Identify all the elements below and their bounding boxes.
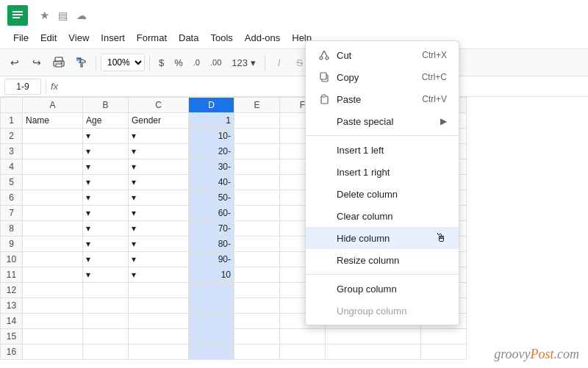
- cell[interactable]: ▾: [83, 129, 129, 144]
- cell[interactable]: Gender: [129, 113, 189, 129]
- cell[interactable]: 80-: [189, 237, 234, 252]
- cell[interactable]: [23, 129, 83, 144]
- cell[interactable]: [129, 283, 189, 298]
- number-format-button[interactable]: 123 ▾: [227, 56, 259, 70]
- cell[interactable]: ▾: [129, 267, 189, 283]
- cell[interactable]: ▾: [129, 175, 189, 190]
- context-menu-item-paste-special[interactable]: Paste special▶: [306, 110, 459, 132]
- percent-button[interactable]: %: [170, 56, 187, 70]
- menu-insert[interactable]: Insert: [95, 29, 131, 46]
- menu-format[interactable]: Format: [131, 29, 173, 46]
- cell[interactable]: [129, 329, 189, 344]
- cell[interactable]: 30-: [189, 159, 234, 175]
- cell[interactable]: [280, 344, 326, 360]
- cell[interactable]: [326, 329, 421, 344]
- cell[interactable]: [23, 144, 83, 159]
- context-menu-item-copy[interactable]: CopyCtrl+C: [306, 66, 459, 88]
- context-menu-item-clear-col[interactable]: Clear column: [306, 205, 459, 227]
- cell[interactable]: ▾: [83, 159, 129, 175]
- cell[interactable]: ▾: [129, 159, 189, 175]
- cell[interactable]: [234, 221, 280, 237]
- italic-button[interactable]: I: [270, 53, 289, 72]
- table-row[interactable]: 15: [1, 329, 467, 344]
- decimal-dec-button[interactable]: .0: [189, 57, 204, 68]
- redo-button[interactable]: ↪: [26, 52, 47, 73]
- context-menu-item-cut[interactable]: CutCtrl+X: [306, 44, 459, 66]
- cell[interactable]: [23, 344, 83, 360]
- menu-addons[interactable]: Add-ons: [239, 29, 286, 46]
- cell[interactable]: ▾: [83, 144, 129, 159]
- cell[interactable]: [234, 314, 280, 329]
- cell[interactable]: [189, 314, 234, 329]
- cell[interactable]: [83, 298, 129, 314]
- cell[interactable]: Name: [23, 113, 83, 129]
- cell[interactable]: [234, 237, 280, 252]
- cell[interactable]: ▾: [83, 206, 129, 221]
- cell[interactable]: [234, 113, 280, 129]
- cell[interactable]: [326, 344, 421, 360]
- cell[interactable]: [234, 129, 280, 144]
- cell[interactable]: [129, 314, 189, 329]
- cell[interactable]: [421, 329, 467, 344]
- col-header-d[interactable]: D: [189, 98, 234, 113]
- cell[interactable]: [83, 283, 129, 298]
- cell[interactable]: [23, 221, 83, 237]
- cell[interactable]: [23, 329, 83, 344]
- cell[interactable]: [234, 144, 280, 159]
- cell[interactable]: [189, 283, 234, 298]
- cell[interactable]: 40-: [189, 175, 234, 190]
- col-header-b[interactable]: B: [83, 98, 129, 113]
- col-header-c[interactable]: C: [129, 98, 189, 113]
- cell[interactable]: [23, 267, 83, 283]
- context-menu-item-resize-col[interactable]: Resize column: [306, 249, 459, 271]
- cell[interactable]: ▾: [83, 252, 129, 267]
- cell[interactable]: [83, 344, 129, 360]
- cell[interactable]: [234, 190, 280, 206]
- cell[interactable]: 50-: [189, 190, 234, 206]
- cell[interactable]: ▾: [129, 190, 189, 206]
- cell[interactable]: Age: [83, 113, 129, 129]
- cell[interactable]: [23, 175, 83, 190]
- menu-edit[interactable]: Edit: [35, 29, 62, 46]
- context-menu-item-insert-right[interactable]: Insert 1 right: [306, 161, 459, 183]
- cell[interactable]: 1: [189, 113, 234, 129]
- cell[interactable]: [129, 344, 189, 360]
- cell[interactable]: ▾: [129, 129, 189, 144]
- cell[interactable]: [83, 314, 129, 329]
- cell[interactable]: [23, 252, 83, 267]
- cell[interactable]: [421, 344, 467, 360]
- cell[interactable]: [83, 329, 129, 344]
- cell[interactable]: [129, 298, 189, 314]
- cell[interactable]: ▾: [129, 252, 189, 267]
- paint-format-button[interactable]: [71, 52, 91, 73]
- cell[interactable]: [234, 344, 280, 360]
- cell-reference-input[interactable]: [4, 79, 41, 95]
- print-button[interactable]: [49, 52, 69, 73]
- cell[interactable]: [189, 329, 234, 344]
- cell[interactable]: [23, 237, 83, 252]
- cell[interactable]: ▾: [129, 206, 189, 221]
- cell[interactable]: [23, 314, 83, 329]
- context-menu-item-paste[interactable]: PasteCtrl+V: [306, 88, 459, 110]
- decimal-inc-button[interactable]: .00: [206, 57, 226, 68]
- cell[interactable]: [23, 190, 83, 206]
- cell[interactable]: [234, 252, 280, 267]
- cell[interactable]: [234, 298, 280, 314]
- context-menu-item-group-col[interactable]: Group column: [306, 278, 459, 300]
- cell[interactable]: ▾: [129, 144, 189, 159]
- cell[interactable]: ▾: [83, 267, 129, 283]
- cell[interactable]: [234, 267, 280, 283]
- cell[interactable]: 60-: [189, 206, 234, 221]
- cell[interactable]: [234, 159, 280, 175]
- cell[interactable]: [234, 206, 280, 221]
- col-header-a[interactable]: A: [23, 98, 83, 113]
- zoom-select[interactable]: 100% 75% 50% 125% 150%: [101, 54, 145, 71]
- context-menu-item-insert-left[interactable]: Insert 1 left: [306, 139, 459, 161]
- context-menu-item-delete-col[interactable]: Delete column: [306, 183, 459, 205]
- menu-data[interactable]: Data: [173, 29, 204, 46]
- cell[interactable]: [280, 329, 326, 344]
- cell[interactable]: ▾: [83, 175, 129, 190]
- table-row[interactable]: 16: [1, 344, 467, 360]
- menu-tools[interactable]: Tools: [204, 29, 238, 46]
- cell[interactable]: ▾: [129, 237, 189, 252]
